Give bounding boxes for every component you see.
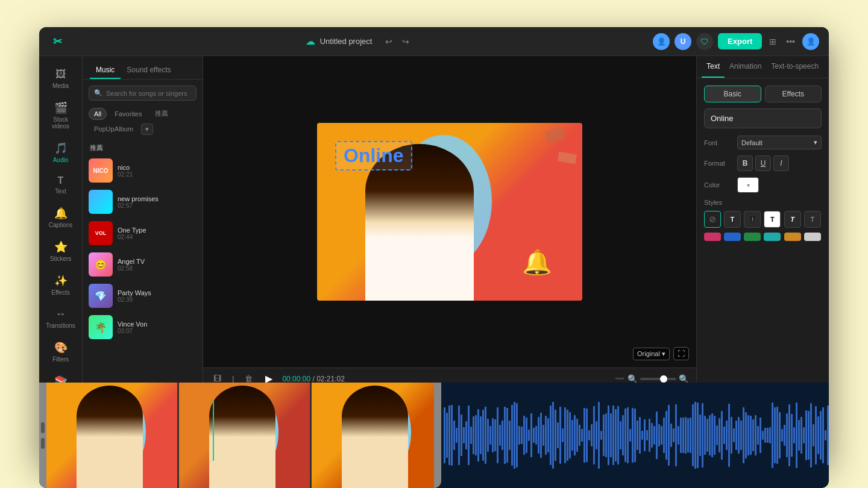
effects-button[interactable]: Effects xyxy=(765,86,822,102)
list-item[interactable]: 😊 Angel TV 02:58 xyxy=(83,249,203,280)
filter-more-button[interactable]: ▾ xyxy=(141,124,153,135)
waveform-bar xyxy=(586,408,588,462)
color-dot-6[interactable] xyxy=(804,233,821,241)
waveform-bar xyxy=(721,411,723,459)
waveform-bar xyxy=(502,421,503,449)
track-thumbnail: 🌴 xyxy=(89,315,113,339)
waveform-bar xyxy=(458,405,460,466)
bell-emoji: 🔔 xyxy=(522,248,552,277)
color-dot-3[interactable] xyxy=(744,233,761,241)
shield-icon[interactable]: 🛡 xyxy=(696,33,713,50)
style-3[interactable]: T xyxy=(764,211,781,228)
track-name: One Type xyxy=(118,227,197,234)
film-handle-right[interactable] xyxy=(434,383,441,488)
waveform-bar xyxy=(516,403,518,467)
waveform-bar xyxy=(743,407,744,463)
waveform-bar xyxy=(453,421,455,450)
film-handle-left[interactable] xyxy=(39,383,46,488)
list-item[interactable]: 🌴 Vince Von 03:07 xyxy=(83,311,203,343)
waveform-bar xyxy=(499,425,501,445)
filter-all[interactable]: All xyxy=(89,108,107,120)
user-avatar-primary[interactable]: U xyxy=(675,33,691,50)
waveform-bar xyxy=(615,409,617,461)
waveform-bar xyxy=(735,421,737,451)
tab-sound-effects[interactable]: Sound effects xyxy=(121,62,177,79)
style-2[interactable]: T xyxy=(744,211,761,228)
list-item[interactable]: VOL One Type 02:44 xyxy=(83,217,203,249)
waveform-bar xyxy=(776,407,778,464)
waveform-bar xyxy=(637,421,638,450)
film-frame xyxy=(179,383,312,488)
text-overlay[interactable]: Online xyxy=(335,141,412,170)
waveform-bar xyxy=(492,418,494,453)
format-row: Format B U I xyxy=(704,155,822,171)
waveform-bar xyxy=(803,427,805,443)
waveform-bar xyxy=(641,431,643,439)
waveform-bar xyxy=(788,404,790,466)
waveform-bar xyxy=(723,427,725,445)
underline-button[interactable]: U xyxy=(755,155,771,171)
sidebar-item-filters[interactable]: 🎨 Filters xyxy=(43,336,79,368)
zoom-thumb[interactable] xyxy=(660,375,667,383)
sidebar-item-media[interactable]: 🖼 Media xyxy=(43,63,79,94)
list-item[interactable]: NICO nico 02:21 xyxy=(83,155,203,186)
waveform-bar xyxy=(690,418,691,453)
color-dot-1[interactable] xyxy=(704,233,721,241)
waveform-bar xyxy=(774,407,776,463)
filter-recommended[interactable]: 推薦 xyxy=(149,107,174,120)
color-dot-4[interactable] xyxy=(764,233,781,241)
color-dot-5[interactable] xyxy=(784,233,801,241)
sidebar-item-text[interactable]: T Text xyxy=(43,170,79,199)
font-dropdown[interactable]: Default ▾ xyxy=(737,136,822,149)
style-4[interactable]: T xyxy=(784,211,801,228)
waveform-bar xyxy=(591,424,593,446)
profile-avatar[interactable]: 👤 xyxy=(802,33,819,50)
sidebar-item-stickers[interactable]: ⭐ Stickers xyxy=(43,236,79,267)
italic-button[interactable]: I xyxy=(773,155,789,171)
track-info: One Type 02:44 xyxy=(118,227,197,240)
more-options-button[interactable]: ••• xyxy=(784,34,797,49)
waveform-bar xyxy=(752,419,754,452)
filter-popup[interactable]: PopUpAlbum xyxy=(89,123,139,135)
waveform-bar xyxy=(757,426,759,445)
search-input[interactable] xyxy=(106,90,191,97)
user-avatar-secondary[interactable]: 👤 xyxy=(653,33,670,50)
basic-button[interactable]: Basic xyxy=(704,86,761,102)
list-item[interactable]: 💎 Party Ways 02:39 xyxy=(83,280,203,311)
style-5[interactable]: T xyxy=(804,211,821,228)
waveform-bar xyxy=(446,413,448,457)
sidebar-item-audio[interactable]: 🎵 Audio xyxy=(43,137,79,168)
color-dot-2[interactable] xyxy=(724,233,741,241)
waveform-bar xyxy=(673,428,675,442)
tab-tts[interactable]: Text-to-speech xyxy=(766,56,823,78)
list-item[interactable]: new promises 02:57 xyxy=(83,186,203,217)
view-mode-select[interactable]: Original ▾ xyxy=(633,348,670,360)
sidebar-item-label: Media xyxy=(52,83,69,89)
film-frame xyxy=(46,383,179,488)
waveform-bar xyxy=(764,428,766,443)
waveform-bar xyxy=(702,403,703,467)
sidebar-item-captions[interactable]: 🔔 Captions xyxy=(43,202,79,233)
waveform-bar xyxy=(538,417,539,454)
layout-icon[interactable]: ⊞ xyxy=(767,34,779,49)
text-content-input[interactable] xyxy=(704,108,822,128)
style-none[interactable]: ⊘ xyxy=(704,211,721,228)
redo-button[interactable]: ↪ xyxy=(398,34,413,49)
sidebar-item-effects[interactable]: ✨ Effects xyxy=(43,269,79,301)
color-swatch[interactable]: ▾ xyxy=(737,177,759,193)
waveform-bar xyxy=(815,406,817,465)
export-button[interactable]: Export xyxy=(718,33,762,49)
style-1[interactable]: T xyxy=(724,211,741,228)
avatar-icon2: U xyxy=(681,37,686,46)
filter-favorites[interactable]: Favorites xyxy=(109,108,147,120)
tab-animation[interactable]: Animation xyxy=(725,56,766,78)
bold-button[interactable]: B xyxy=(737,155,753,171)
tab-text[interactable]: Text xyxy=(702,56,725,78)
tab-music[interactable]: Music xyxy=(90,62,121,79)
undo-button[interactable]: ↩ xyxy=(382,34,396,49)
fullscreen-button[interactable]: ⛶ xyxy=(673,347,689,360)
zoom-slider[interactable] xyxy=(640,378,676,380)
track-name: Party Ways xyxy=(118,289,197,296)
sidebar-item-transitions[interactable]: ↔ Transitions xyxy=(43,303,79,334)
sidebar-item-stock[interactable]: 🎬 Stock videos xyxy=(43,96,79,134)
